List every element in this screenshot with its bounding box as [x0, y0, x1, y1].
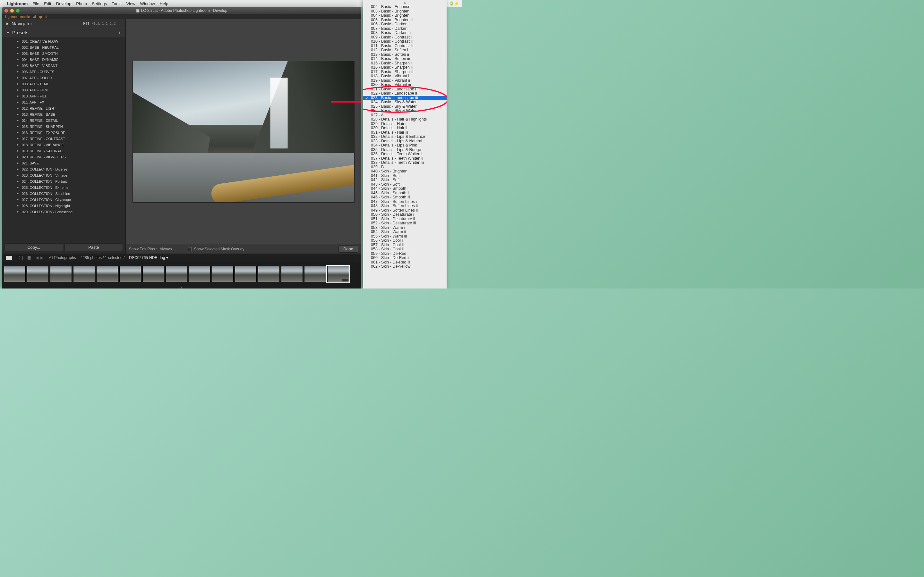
dropdown-item[interactable]: 042 - Skin - Soft ii — [363, 178, 447, 182]
dropdown-item[interactable]: 035 - Details - Lips & Rouge — [363, 148, 447, 152]
filmstrip-thumb[interactable] — [50, 266, 72, 282]
menu-window[interactable]: Window — [140, 1, 155, 6]
filmstrip-thumb[interactable] — [327, 266, 349, 282]
zoom-fit[interactable]: FIT — [83, 22, 90, 25]
preset-folder[interactable]: ▶027. COLLECTION - Cityscape — [8, 197, 120, 203]
preset-folder[interactable]: ▶006. APP - CURVES — [8, 69, 120, 75]
menu-edit[interactable]: Edit — [44, 1, 51, 6]
dropdown-item[interactable]: 038 - Details - Teeth Whiten iii — [363, 161, 447, 165]
preset-folder[interactable]: ▶002. BASE - NEUTRAL — [8, 44, 120, 50]
source-label[interactable]: All Photographs — [49, 255, 76, 260]
mask-overlay-checkbox[interactable] — [188, 247, 192, 251]
menu-settings[interactable]: Settings — [92, 1, 107, 6]
edit-pins-select[interactable]: Always ⌄ — [160, 247, 176, 251]
main-display-button[interactable]: 1 — [6, 256, 12, 260]
zoom-fill[interactable]: FILL — [91, 22, 100, 25]
presets-header[interactable]: ▼ Presets + — [2, 28, 126, 37]
dropdown-item[interactable]: 003 - Basic - Brighten i — [363, 9, 447, 14]
preset-folder[interactable]: ▶026. COLLECTION - Sunshine — [8, 190, 120, 197]
close-button[interactable] — [5, 9, 8, 13]
dropdown-item[interactable]: 043 - Skin - Soft iii — [363, 182, 447, 187]
paste-button[interactable]: Paste — [65, 243, 123, 251]
dropdown-item[interactable]: 007 - Basic - Darken ii — [363, 27, 447, 31]
dropdown-item[interactable]: 045 - Skin - Smooth ii — [363, 191, 447, 195]
dropdown-item[interactable]: 044 - Skin - Smooth i — [363, 187, 447, 191]
app-menu[interactable]: Lightroom — [7, 1, 27, 6]
dropdown-item[interactable]: 016 - Basic - Sharpen ii — [363, 65, 447, 70]
nav-forward-icon[interactable]: ▶ — [40, 255, 43, 260]
dropdown-item[interactable]: 024 - Basic - Sky & Water i — [363, 100, 447, 105]
preset-list[interactable]: ▶001. CREATIVE FLOW▶002. BASE - NEUTRAL▶… — [2, 37, 126, 241]
dropdown-item[interactable]: 002 - Basic - Enhance — [363, 5, 447, 9]
preset-folder[interactable]: ▶024. COLLECTION - Portrait — [8, 178, 120, 184]
filmstrip-collapse-icon[interactable]: ▼ — [2, 286, 361, 288]
menu-view[interactable]: View — [126, 1, 136, 6]
dropdown-item[interactable]: 004 - Basic - Brighten ii — [363, 13, 447, 18]
dropdown-item[interactable]: 037 - Details - Teeth Whiten ii — [363, 156, 447, 161]
dropdown-item[interactable]: 055 - Skin - Warm iii — [363, 234, 447, 239]
current-filename[interactable]: DSC02765-HDR.dng ▾ — [129, 255, 168, 260]
preset-folder[interactable]: ▶017. REFINE - CONTRAST — [8, 135, 120, 142]
dropdown-item[interactable]: 010 - Basic - Contrast ii — [363, 39, 447, 44]
preset-folder[interactable]: ▶025. COLLECTION - Extreme — [8, 184, 120, 190]
zoom-chevron-icon[interactable]: ⌄ — [118, 22, 121, 25]
filmstrip-thumb[interactable] — [304, 266, 326, 282]
filmstrip-thumb[interactable] — [281, 266, 303, 282]
filmstrip-thumb[interactable] — [142, 266, 164, 282]
dropdown-item[interactable]: 019 - Basic - Vibrant ii — [363, 79, 447, 83]
battery-icon[interactable]: 🔋⚡ — [449, 1, 459, 6]
second-display-button[interactable]: 2 — [17, 256, 23, 260]
preset-folder[interactable]: ▶029. COLLECTION - Landscape — [8, 209, 120, 215]
dropdown-item[interactable]: 028 - Details - Hair & Highlights — [363, 117, 447, 122]
dropdown-item[interactable]: 058 - Skin - Cool iii — [363, 247, 447, 251]
menu-photo[interactable]: Photo — [76, 1, 87, 6]
preset-folder[interactable]: ▶003. BASE - SMOOTH — [8, 50, 120, 56]
dropdown-item[interactable]: 039 - B — [363, 165, 447, 169]
filmstrip-thumb[interactable] — [189, 266, 210, 282]
dropdown-item[interactable]: 049 - Skin - Soften Lines iii — [363, 208, 447, 213]
preset-folder[interactable]: ▶013. REFINE - BASE — [8, 111, 120, 117]
preset-folder[interactable]: ▶022. COLLECTION - Diverse — [8, 166, 120, 172]
menu-help[interactable]: Help — [160, 1, 168, 6]
dropdown-item[interactable]: 062 - Skin - De-Yellow i — [363, 264, 447, 269]
preset-dropdown-menu[interactable]: ▲ 002 - Basic - Enhance003 - Basic - Bri… — [363, 0, 447, 288]
dropdown-item[interactable]: 048 - Skin - Soften Lines ii — [363, 204, 447, 208]
dropdown-item[interactable]: 022 - Basic - Landscape ii — [363, 91, 447, 96]
dropdown-item[interactable]: 056 - Skin - Cool i — [363, 239, 447, 243]
dropdown-item[interactable]: 011 - Basic - Contrast iii — [363, 44, 447, 48]
dropdown-item[interactable]: 009 - Basic - Contrast i — [363, 35, 447, 40]
copy-button[interactable]: Copy... — [5, 243, 63, 251]
preset-folder[interactable]: ▶004. BASE - DYNAMIC — [8, 56, 120, 63]
preset-folder[interactable]: ▶010. APP - FILT — [8, 93, 120, 99]
filmstrip-thumb[interactable] — [166, 266, 187, 282]
filmstrip-thumb[interactable] — [120, 266, 141, 282]
dropdown-item[interactable]: 057 - Skin - Cool ii — [363, 243, 447, 247]
preset-folder[interactable]: ▶008. APP - TEMP — [8, 81, 120, 87]
dropdown-item[interactable]: 033 - Details - Lips & Neutral — [363, 139, 447, 143]
filmstrip-thumb[interactable] — [27, 266, 49, 282]
grid-icon[interactable]: ▦ — [27, 255, 30, 260]
dropdown-item[interactable]: 015 - Basic - Sharpen i — [363, 61, 447, 66]
dropdown-item[interactable]: 040 - Skin - Brighten — [363, 169, 447, 174]
dropdown-item[interactable]: 005 - Basic - Brighten iii — [363, 18, 447, 23]
dropdown-item[interactable]: 017 - Basic - Sharpen iii — [363, 70, 447, 74]
minimize-button[interactable] — [10, 9, 14, 13]
dropdown-item[interactable]: 025 - Basic - Sky & Water ii — [363, 105, 447, 109]
dropdown-item[interactable]: 047 - Skin - Soften Lines i — [363, 200, 447, 204]
dropdown-item[interactable]: 006 - Basic - Darken i — [363, 22, 447, 27]
dropdown-item[interactable]: 008 - Basic - Darken iii — [363, 31, 447, 35]
dropdown-item[interactable]: 014 - Basic - Soften iii — [363, 57, 447, 61]
nav-back-icon[interactable]: ◀ — [36, 255, 39, 260]
dropdown-item[interactable]: 018 - Basic - Vibrant i — [363, 74, 447, 79]
preset-folder[interactable]: ▶009. APP - FILM — [8, 87, 120, 93]
preset-folder[interactable]: ▶012. REFINE - LIGHT — [8, 105, 120, 111]
dropdown-item[interactable]: 020 - Basic - Vibrant iii — [363, 83, 447, 87]
filmstrip-thumb[interactable] — [258, 266, 280, 282]
preset-folder[interactable]: ▶015. REFINE - SHARPEN — [8, 123, 120, 129]
dropdown-item[interactable]: 041 - Skin - Soft i — [363, 174, 447, 178]
done-button[interactable]: Done — [338, 245, 358, 253]
preset-folder[interactable]: ▶001. CREATIVE FLOW — [8, 38, 120, 44]
filmstrip-thumb[interactable] — [235, 266, 257, 282]
filmstrip[interactable] — [2, 262, 361, 286]
menu-file[interactable]: File — [32, 1, 39, 6]
